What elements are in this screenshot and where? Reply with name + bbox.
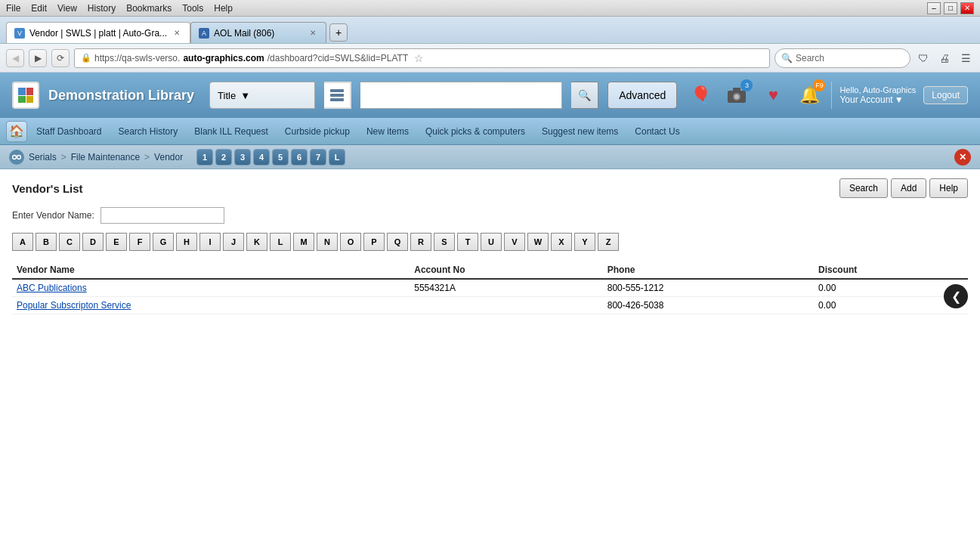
- heart-button[interactable]: ♥: [759, 81, 787, 110]
- alpha-btn-J[interactable]: J: [223, 233, 244, 251]
- nav-staff-dashboard[interactable]: Staff Dashboard: [29, 123, 110, 140]
- alpha-btn-H[interactable]: H: [176, 233, 197, 251]
- alpha-btn-P[interactable]: P: [363, 233, 385, 251]
- alpha-pill-5[interactable]: 5: [272, 149, 289, 166]
- vendor-name-input[interactable]: [100, 207, 224, 224]
- alpha-btn-Q[interactable]: Q: [387, 233, 408, 251]
- search-button[interactable]: Search: [839, 178, 888, 198]
- alpha-btn-R[interactable]: R: [410, 233, 431, 251]
- menu-file[interactable]: File: [6, 3, 20, 14]
- alpha-pill-7[interactable]: 7: [310, 149, 326, 166]
- nav-blank-ill[interactable]: Blank ILL Request: [187, 123, 276, 140]
- tab-bar: V Vendor | SWLS | platt | Auto-Gra... ✕ …: [0, 17, 980, 44]
- vendor-link-popular[interactable]: Popular Subscripton Service: [17, 300, 131, 311]
- tab-aolmail-close[interactable]: ✕: [308, 28, 318, 39]
- menu-history[interactable]: History: [88, 3, 116, 14]
- nav-suggest[interactable]: Suggest new items: [534, 123, 626, 140]
- alpha-pill-1[interactable]: 1: [196, 149, 213, 166]
- search-list-icon[interactable]: [324, 82, 351, 109]
- search-go-button[interactable]: 🔍: [571, 82, 598, 109]
- menu-bookmarks[interactable]: Bookmarks: [126, 3, 172, 14]
- alpha-btn-X[interactable]: X: [551, 233, 572, 251]
- menu-view[interactable]: View: [57, 3, 77, 14]
- back-button[interactable]: ◀: [6, 49, 24, 67]
- alpha-btn-N[interactable]: N: [317, 233, 338, 251]
- print-icon[interactable]: 🖨: [936, 50, 953, 67]
- alpha-pill-3[interactable]: 3: [234, 149, 251, 166]
- forward-button[interactable]: ▶: [29, 49, 47, 67]
- home-button[interactable]: 🏠: [6, 121, 27, 142]
- alpha-btn-B[interactable]: B: [36, 233, 57, 251]
- advanced-button[interactable]: Advanced: [607, 82, 677, 109]
- vendor-link-abc[interactable]: ABC Publications: [17, 283, 87, 293]
- add-button[interactable]: Add: [891, 178, 926, 198]
- balloon-button[interactable]: 🎈: [686, 81, 715, 110]
- search-input[interactable]: [360, 82, 562, 109]
- tab-aolmail[interactable]: A AOL Mail (806) ✕: [190, 22, 326, 43]
- menu-edit[interactable]: Edit: [31, 3, 47, 14]
- scroll-back-button[interactable]: ❮: [944, 284, 968, 308]
- alpha-btn-W[interactable]: W: [527, 233, 549, 251]
- new-tab-button[interactable]: +: [329, 23, 348, 42]
- refresh-button[interactable]: ⟳: [51, 49, 70, 67]
- search-type-dropdown[interactable]: Title ▼: [209, 82, 315, 109]
- breadcrumb-sep-2: >: [144, 152, 150, 162]
- tab-vendor-close[interactable]: ✕: [172, 28, 182, 39]
- alpha-pill-L[interactable]: L: [329, 149, 345, 166]
- alpha-btn-M[interactable]: M: [293, 233, 314, 251]
- list-icon: [329, 88, 345, 102]
- nav-search-history[interactable]: Search History: [111, 123, 186, 140]
- nav-new-items[interactable]: New items: [359, 123, 416, 140]
- tab-vendor[interactable]: V Vendor | SWLS | platt | Auto-Gra... ✕: [6, 22, 190, 43]
- svg-rect-2: [18, 96, 26, 103]
- alpha-pill-4[interactable]: 4: [253, 149, 270, 166]
- alpha-btn-K[interactable]: K: [246, 233, 267, 251]
- alpha-btn-G[interactable]: G: [153, 233, 174, 251]
- content-area: Serials > File Maintenance > Vendor 1 2 …: [0, 145, 980, 323]
- links-icon: [12, 153, 21, 162]
- logout-button[interactable]: Logout: [923, 86, 968, 104]
- alpha-btn-I[interactable]: I: [199, 233, 221, 251]
- breadcrumb-vendor[interactable]: Vendor: [154, 152, 183, 162]
- breadcrumb-serials[interactable]: Serials: [29, 152, 57, 162]
- breadcrumb-file-maintenance[interactable]: File Maintenance: [71, 152, 140, 162]
- nav-contact[interactable]: Contact Us: [627, 123, 687, 140]
- menu-icon[interactable]: ☰: [957, 50, 974, 67]
- alpha-btn-T[interactable]: T: [457, 233, 478, 251]
- alpha-btn-E[interactable]: E: [106, 233, 127, 251]
- panel-close-button[interactable]: ✕: [954, 149, 971, 166]
- alpha-btn-A[interactable]: A: [12, 233, 33, 251]
- close-button[interactable]: ✕: [960, 2, 974, 14]
- help-button[interactable]: Help: [929, 178, 968, 198]
- menu-help[interactable]: Help: [214, 3, 233, 14]
- app-logo[interactable]: [12, 82, 39, 109]
- logo-icon: [17, 86, 35, 104]
- nav-curbside[interactable]: Curbside pickup: [277, 123, 357, 140]
- bell-button[interactable]: 🔔 F9: [795, 81, 824, 110]
- svg-rect-4: [330, 89, 344, 92]
- camera-button[interactable]: 3: [722, 81, 751, 110]
- alpha-btn-Y[interactable]: Y: [574, 233, 595, 251]
- alpha-btn-S[interactable]: S: [434, 233, 455, 251]
- url-input-wrapper[interactable]: 🔒 https://qa-swls-verso.auto-graphics.co…: [74, 48, 770, 68]
- browser-search-box[interactable]: 🔍 Search: [774, 48, 910, 68]
- alpha-pill-6[interactable]: 6: [291, 149, 308, 166]
- security-icon: 🔒: [81, 53, 91, 63]
- alpha-btn-V[interactable]: V: [504, 233, 525, 251]
- alpha-btn-O[interactable]: O: [340, 233, 361, 251]
- minimize-button[interactable]: –: [927, 2, 941, 14]
- alpha-btn-C[interactable]: C: [59, 233, 80, 251]
- alpha-btn-U[interactable]: U: [481, 233, 502, 251]
- nav-quick-picks[interactable]: Quick picks & computers: [418, 123, 533, 140]
- shield-icon[interactable]: 🛡: [915, 50, 932, 67]
- alpha-btn-D[interactable]: D: [82, 233, 104, 251]
- alpha-btn-L[interactable]: L: [270, 233, 291, 251]
- your-account-button[interactable]: Your Account ▼: [839, 94, 916, 105]
- url-bar: ◀ ▶ ⟳ 🔒 https://qa-swls-verso.auto-graph…: [0, 44, 980, 73]
- bookmark-button[interactable]: ☆: [411, 51, 426, 66]
- alpha-btn-Z[interactable]: Z: [598, 233, 619, 251]
- maximize-button[interactable]: □: [944, 2, 957, 14]
- alpha-pill-2[interactable]: 2: [215, 149, 232, 166]
- menu-tools[interactable]: Tools: [182, 3, 203, 14]
- alpha-btn-F[interactable]: F: [129, 233, 150, 251]
